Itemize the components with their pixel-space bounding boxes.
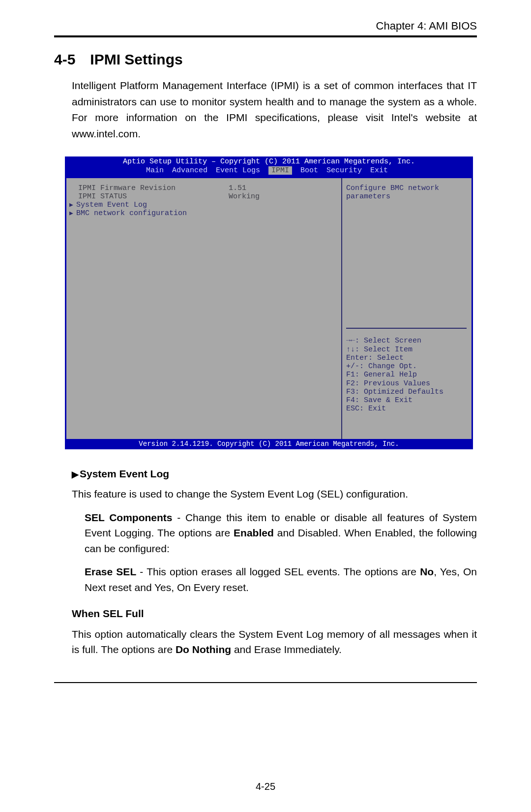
help-line-1: Configure BMC network bbox=[346, 184, 467, 192]
status-value: Working bbox=[229, 192, 260, 201]
tab-boot[interactable]: Boot bbox=[300, 166, 318, 175]
tab-main[interactable]: Main bbox=[146, 166, 164, 175]
page-number: 4-25 bbox=[0, 781, 531, 792]
tab-ipmi[interactable]: IPMI bbox=[268, 166, 292, 175]
bios-context-help: Configure BMC network parameters bbox=[346, 184, 467, 201]
key-general-help: F1: General Help bbox=[346, 371, 467, 379]
bios-title: Aptio Setup Utility – Copyright (C) 2011… bbox=[68, 157, 470, 166]
row-firmware: IPMI Firmware Revision 1.51 bbox=[69, 184, 336, 192]
doc-body: ▶System Event Log This feature is used t… bbox=[72, 466, 477, 657]
key-save-exit: F4: Save & Exit bbox=[346, 396, 467, 405]
row-status: IPMI STATUS Working bbox=[69, 192, 336, 201]
bios-body: IPMI Firmware Revision 1.51 IPMI STATUS … bbox=[65, 178, 473, 439]
help-line-2: parameters bbox=[346, 192, 467, 201]
firmware-label: IPMI Firmware Revision bbox=[78, 184, 176, 192]
bios-title-bar: Aptio Setup Utility – Copyright (C) 2011… bbox=[65, 156, 473, 178]
chapter-header: Chapter 4: AMI BIOS bbox=[54, 20, 477, 32]
erase-sel-paragraph: Erase SEL - This option erases all logge… bbox=[85, 564, 477, 595]
footer-rule bbox=[54, 682, 477, 683]
when-sel-full-paragraph: This option automatically clears the Sys… bbox=[72, 626, 477, 657]
when-do-nothing: Do Nothing bbox=[176, 644, 231, 655]
bios-right-pane: Configure BMC network parameters →←: Sel… bbox=[341, 178, 472, 439]
section-title: IPMI Settings bbox=[90, 51, 182, 67]
submenu-arrow-icon: ▶ bbox=[69, 202, 76, 209]
bios-left-pane: IPMI Firmware Revision 1.51 IPMI STATUS … bbox=[66, 178, 341, 439]
erase-no: No bbox=[420, 566, 434, 577]
row-system-event-log[interactable]: ▶System Event Log bbox=[69, 201, 336, 209]
status-label: IPMI STATUS bbox=[78, 192, 127, 201]
sel-components-lead: SEL Components bbox=[85, 512, 173, 523]
bios-footer-bar: Version 2.14.1219. Copyright (C) 2011 Am… bbox=[65, 439, 473, 449]
item-bmc-network: BMC network configuration bbox=[76, 209, 187, 218]
key-defaults: F3: Optimized Defaults bbox=[346, 388, 467, 396]
intro-paragraph: Intelligent Platform Management Interfac… bbox=[72, 78, 477, 142]
tab-advanced[interactable]: Advanced bbox=[172, 166, 207, 175]
key-enter: Enter: Select bbox=[346, 354, 467, 362]
erase-lead: Erase SEL bbox=[85, 566, 136, 577]
sel-components-enabled: Enabled bbox=[234, 527, 274, 538]
key-select-item: ↑↓: Select Item bbox=[346, 345, 467, 354]
erase-rest-a: - This option erases all logged SEL even… bbox=[136, 566, 420, 577]
submenu-arrow-icon: ▶ bbox=[69, 210, 76, 218]
sel-components-paragraph: SEL Components - Change this item to ena… bbox=[85, 510, 477, 557]
key-change-opt: +/-: Change Opt. bbox=[346, 362, 467, 371]
when-sel-full-heading: When SEL Full bbox=[72, 606, 477, 622]
tab-event-logs[interactable]: Event Logs bbox=[216, 166, 260, 175]
section-heading: 4-5IPMI Settings bbox=[54, 51, 477, 68]
bios-key-legend: →←: Select Screen ↑↓: Select Item Enter:… bbox=[346, 328, 467, 433]
section-number: 4-5 bbox=[54, 51, 75, 67]
document-page: Chapter 4: AMI BIOS 4-5IPMI Settings Int… bbox=[0, 0, 531, 812]
key-select-screen: →←: Select Screen bbox=[346, 337, 467, 345]
key-previous: F2: Previous Values bbox=[346, 379, 467, 388]
tab-security[interactable]: Security bbox=[326, 166, 362, 175]
when-para-b: and Erase Immediately. bbox=[231, 644, 342, 655]
tab-exit[interactable]: Exit bbox=[370, 166, 388, 175]
item-system-event-log: System Event Log bbox=[76, 201, 147, 209]
bios-tabs: Main Advanced Event Logs IPMI Boot Secur… bbox=[68, 166, 470, 176]
sel-heading: ▶System Event Log bbox=[72, 466, 477, 482]
row-bmc-network[interactable]: ▶BMC network configuration bbox=[69, 209, 336, 218]
firmware-value: 1.51 bbox=[229, 184, 246, 192]
bios-screenshot: Aptio Setup Utility – Copyright (C) 2011… bbox=[65, 156, 473, 449]
triangle-icon: ▶ bbox=[72, 469, 79, 479]
sel-paragraph: This feature is used to change the Syste… bbox=[72, 486, 477, 502]
key-esc: ESC: Exit bbox=[346, 405, 467, 413]
header-rule bbox=[54, 35, 477, 37]
